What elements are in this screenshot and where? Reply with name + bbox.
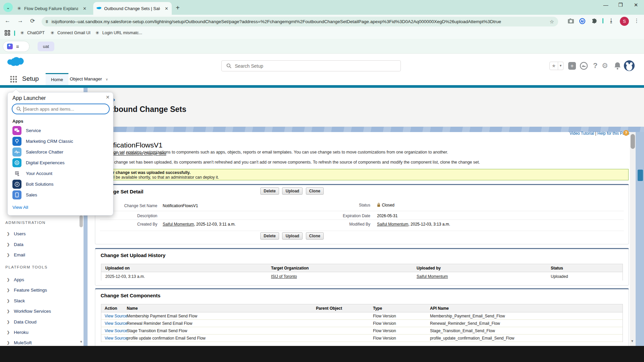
content-scroll-down-icon[interactable]: ▼ bbox=[631, 339, 634, 343]
notifications-bell-icon[interactable] bbox=[614, 62, 621, 71]
gemini-menu-pill[interactable]: ≡ bbox=[3, 41, 30, 52]
apps-grid-icon[interactable] bbox=[5, 30, 10, 37]
target-org-link[interactable]: ISIJ of Toronto bbox=[271, 274, 297, 279]
bookmark-chatgpt[interactable]: ✳ChatGPT bbox=[19, 30, 45, 36]
salesforce-favicon-icon bbox=[97, 6, 102, 10]
modified-by-link[interactable]: Saiful Momentum bbox=[377, 222, 408, 227]
uploaded-by-link[interactable]: Saiful Momentum bbox=[417, 274, 448, 279]
user-avatar[interactable] bbox=[624, 60, 635, 71]
toolbar-separator bbox=[602, 18, 603, 23]
app-launcher-search-input[interactable]: Search apps and items... bbox=[12, 104, 110, 114]
browser-tab-chatgpt[interactable]: ✳ Flow Debug Failure Explanation ✕ bbox=[13, 2, 90, 15]
app-item-marketing-crm[interactable]: Marketing CRM Classic bbox=[12, 137, 73, 146]
app-item-digital-experiences[interactable]: Digital Experiences bbox=[12, 158, 65, 167]
view-source-link[interactable]: View Source bbox=[105, 328, 127, 333]
apps-section-header: Apps bbox=[12, 119, 23, 124]
window-close-button[interactable]: ✕ bbox=[630, 2, 642, 8]
reload-button[interactable]: ⟳ bbox=[30, 17, 35, 24]
your-account-app-icon bbox=[12, 169, 21, 178]
quick-create-plus-icon[interactable]: + bbox=[568, 62, 576, 70]
tab-close-icon[interactable]: ✕ bbox=[165, 6, 168, 11]
downloads-button[interactable]: ⭳ bbox=[608, 17, 614, 24]
sidebar-item-workflow-services[interactable]: ❯Workflow Services bbox=[7, 309, 51, 314]
browser-secondary-row bbox=[0, 39, 644, 54]
sidebar-scrollbar-thumb[interactable] bbox=[79, 215, 83, 227]
window-maximize-button[interactable]: ❐ bbox=[615, 2, 626, 8]
help-orange-icon[interactable]: ? bbox=[623, 130, 629, 136]
new-tab-button[interactable]: + bbox=[176, 4, 180, 12]
clone-button[interactable]: Clone bbox=[306, 232, 324, 240]
hamburger-menu-icon[interactable]: ≡ bbox=[16, 44, 19, 49]
chevron-right-icon: ❯ bbox=[7, 341, 10, 345]
delete-button[interactable]: Delete bbox=[260, 232, 279, 240]
sidebar-item-heroku[interactable]: ❯Heroku bbox=[7, 330, 29, 335]
browser-scrollbar-thumb[interactable] bbox=[638, 170, 643, 181]
sidebar-item-mulesoft[interactable]: ❯MuleSoft bbox=[7, 340, 32, 345]
sidebar-item-data-cloud[interactable]: ❯Data Cloud bbox=[7, 319, 37, 324]
workspace-chip-uat[interactable]: uat bbox=[38, 42, 54, 51]
address-bar[interactable]: ⩨ isijoftoronto--uat.sandbox.my.salesfor… bbox=[42, 17, 558, 26]
help-question-icon[interactable]: ? bbox=[593, 61, 597, 70]
screenshot-extension-icon[interactable] bbox=[568, 18, 574, 25]
clone-button[interactable]: Clone bbox=[306, 187, 324, 195]
content-scrollbar-track[interactable] bbox=[630, 132, 636, 346]
setup-gear-icon[interactable]: ⚙ bbox=[602, 62, 608, 70]
waffle-launcher-icon[interactable] bbox=[10, 76, 17, 84]
tab-search-button[interactable]: ⌄ bbox=[3, 3, 13, 12]
view-source-link[interactable]: View Source bbox=[105, 321, 127, 326]
delete-button[interactable]: Delete bbox=[260, 187, 279, 195]
upload-history-heading: Change Set Upload History bbox=[101, 252, 165, 258]
app-item-chatter[interactable]: Salesforce Chatter bbox=[12, 147, 63, 157]
sidebar-item-feature-settings[interactable]: ❯Feature Settings bbox=[7, 288, 47, 293]
sidebar-item-slack[interactable]: ❯Slack bbox=[7, 298, 25, 303]
created-by-link[interactable]: Saiful Momentum bbox=[163, 222, 194, 227]
lock-icon bbox=[377, 203, 380, 207]
favorites-control[interactable]: ★ ▼ bbox=[549, 62, 564, 70]
upload-button[interactable]: Upload bbox=[282, 232, 303, 240]
bookmark-login-url[interactable]: ✳Login URL mismatc... bbox=[95, 30, 142, 36]
text-caret bbox=[23, 107, 24, 112]
field-value-created: Saiful Momentum, 2025-12-03, 3:11 a.m. bbox=[163, 222, 235, 227]
browser-tab-salesforce[interactable]: Outbound Change Sets | Salesf ✕ bbox=[93, 2, 172, 15]
favorites-caret-icon[interactable]: ▼ bbox=[558, 62, 563, 70]
favorites-star-icon[interactable]: ★ bbox=[550, 62, 558, 70]
marketing-app-icon bbox=[12, 137, 21, 146]
app-item-bolt-solutions[interactable]: Bolt Solutions bbox=[12, 180, 54, 189]
bookmark-star-icon[interactable]: ☆ bbox=[550, 19, 554, 25]
sidebar-item-apps[interactable]: ❯Apps bbox=[7, 277, 24, 282]
upload-history-table: Uploaded on Target Organization Uploaded… bbox=[101, 264, 623, 281]
extensions-puzzle-icon[interactable] bbox=[592, 18, 598, 25]
forward-button[interactable]: → bbox=[17, 17, 23, 24]
brand-divider-bar bbox=[0, 85, 644, 88]
sidebar-scroll-down-icon[interactable]: ▼ bbox=[79, 340, 83, 344]
banner-line-2: It will be available shortly, so that an… bbox=[106, 175, 219, 180]
bookmark-connect-gmail[interactable]: ✳Connect Gmail UI bbox=[50, 30, 91, 36]
video-tutorial-link[interactable]: Video Tutorial bbox=[570, 131, 594, 136]
chatgpt-favicon-icon: ✳ bbox=[17, 6, 21, 11]
app-item-sales[interactable]: Sales bbox=[12, 190, 37, 199]
view-all-link[interactable]: View All bbox=[12, 205, 28, 210]
onepassword-extension-icon[interactable] bbox=[579, 18, 586, 26]
chatgpt-icon: ✳ bbox=[95, 30, 100, 36]
app-item-service[interactable]: Service bbox=[12, 126, 41, 135]
tab-object-manager[interactable]: Object Manager ∨ bbox=[64, 73, 113, 85]
content-scrollbar-thumb[interactable] bbox=[631, 134, 635, 149]
view-source-link[interactable]: View Source bbox=[105, 336, 127, 341]
view-source-link[interactable]: View Source bbox=[105, 314, 127, 318]
app-item-your-account[interactable]: Your Account bbox=[12, 169, 52, 178]
sidebar-item-users[interactable]: ❯Users bbox=[7, 231, 25, 236]
upload-button[interactable]: Upload bbox=[282, 187, 303, 195]
column-header: Action bbox=[105, 306, 117, 311]
trailhead-help-icon[interactable] bbox=[580, 62, 588, 71]
back-button[interactable]: ← bbox=[5, 17, 10, 24]
window-minimize-button[interactable]: — bbox=[600, 2, 611, 8]
tab-close-icon[interactable]: ✕ bbox=[83, 6, 87, 11]
close-icon[interactable]: ✕ bbox=[106, 95, 110, 100]
profile-avatar[interactable]: S bbox=[620, 17, 629, 26]
browser-menu-icon[interactable]: ⋮ bbox=[634, 17, 639, 24]
setup-search-input[interactable]: Search Setup bbox=[221, 60, 401, 71]
sidebar-item-email[interactable]: ❯Email bbox=[7, 252, 25, 257]
sidebar-item-data[interactable]: ❯Data bbox=[7, 242, 23, 247]
site-settings-icon[interactable]: ⩨ bbox=[46, 19, 48, 24]
help-links: Video Tutorial | Help for this Page bbox=[570, 131, 629, 136]
